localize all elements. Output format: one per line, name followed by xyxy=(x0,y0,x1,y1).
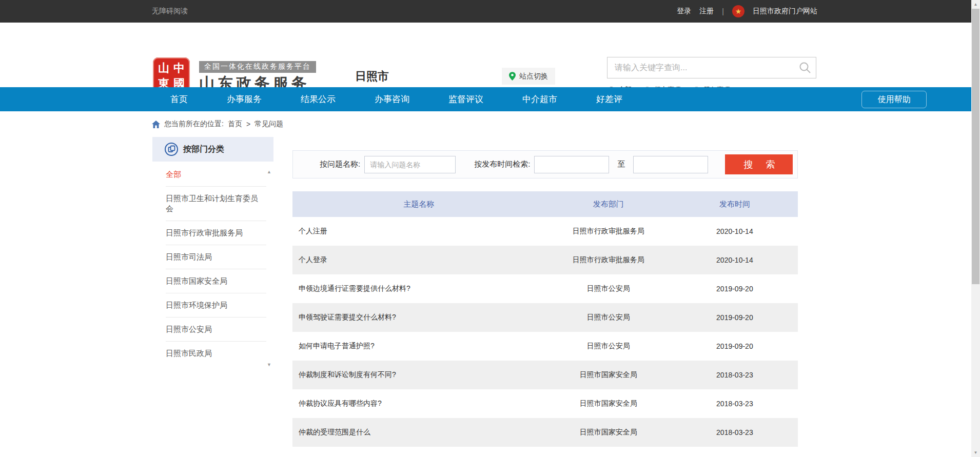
city-name: 日照市 xyxy=(355,69,389,84)
row-title[interactable]: 仲裁协议应具有哪些内容? xyxy=(292,399,545,408)
row-department: 日照市公安局 xyxy=(545,284,672,293)
nav-item[interactable]: 首页 xyxy=(170,93,188,105)
sidebar-scroll-up-icon[interactable]: ▲ xyxy=(267,170,271,174)
sidebar-item[interactable]: 日照市环境保护局 xyxy=(166,293,266,317)
sidebar-list: ▲ ▼ 全部日照市卫生和计划生育委员会日照市行政审批服务局日照市司法局日照市国家… xyxy=(152,162,273,373)
site-switch-button[interactable]: 站点切换 xyxy=(502,68,555,85)
sidebar-item[interactable]: 日照市民政局 xyxy=(166,342,266,365)
row-department: 日照市公安局 xyxy=(545,313,672,322)
table-row[interactable]: 仲裁协议应具有哪些内容?日照市国家安全局2018-03-23 xyxy=(292,389,798,418)
row-date: 2020-10-14 xyxy=(672,227,798,235)
nav-items: 首页办事服务结果公示办事咨询监督评议中介超市好差评 xyxy=(170,87,622,111)
table-row[interactable]: 仲裁制度和诉讼制度有何不同?日照市国家安全局2018-03-23 xyxy=(292,361,798,389)
header: 山中東國 全国一体化在线政务服务平台 山东政务服务 日照市 站点切换 全部权力事… xyxy=(0,23,971,87)
row-department: 日照市国家安全局 xyxy=(545,370,672,380)
sidebar-item[interactable]: 日照市行政审批服务局 xyxy=(166,221,266,245)
date-to-label: 至 xyxy=(617,160,625,169)
row-date: 2018-03-23 xyxy=(672,400,798,408)
sidebar-header: 按部门分类 xyxy=(152,137,273,162)
row-date: 2019-09-20 xyxy=(672,313,798,322)
table-row[interactable]: 申领驾驶证需要提交什么材料?日照市公安局2019-09-20 xyxy=(292,303,798,332)
row-date: 2020-10-14 xyxy=(672,256,798,264)
row-title[interactable]: 申领边境通行证需要提供什么材料? xyxy=(292,284,545,293)
breadcrumb-prefix: 您当前所在的位置: xyxy=(164,120,224,129)
nav-item[interactable]: 办事咨询 xyxy=(375,93,409,105)
department-sidebar: 按部门分类 ▲ ▼ 全部日照市卫生和计划生育委员会日照市行政审批服务局日照市司法… xyxy=(152,137,273,373)
nav-item[interactable]: 好差评 xyxy=(596,93,622,105)
row-date: 2019-09-20 xyxy=(672,285,798,293)
row-title[interactable]: 个人注册 xyxy=(292,227,545,236)
breadcrumb-current: 常见问题 xyxy=(254,120,283,129)
row-department: 日照市行政审批服务局 xyxy=(545,227,672,236)
accessibility-link[interactable]: 无障碍阅读 xyxy=(152,7,188,16)
row-title[interactable]: 个人登录 xyxy=(292,255,545,265)
faq-table: 主题名称发布部门发布时间 个人注册日照市行政审批服务局2020-10-14个人登… xyxy=(292,191,798,447)
filter-bar: 按问题名称: 按发布时间检索: 至 搜 索 xyxy=(292,150,798,178)
row-date: 2018-03-23 xyxy=(672,428,798,436)
sidebar-item[interactable]: 日照市司法局 xyxy=(166,245,266,269)
breadcrumb-home[interactable]: 首页 xyxy=(228,120,242,129)
topbar-divider: | xyxy=(722,7,724,15)
table-header: 主题名称发布部门发布时间 xyxy=(292,191,798,217)
keyword-search-input[interactable] xyxy=(607,57,816,78)
nav-item[interactable]: 监督评议 xyxy=(448,93,483,105)
nav-item[interactable]: 办事服务 xyxy=(227,93,262,105)
column-header: 发布部门 xyxy=(545,200,672,209)
row-department: 日照市国家安全局 xyxy=(545,428,672,437)
category-icon xyxy=(165,143,178,156)
main-content: 按问题名称: 按发布时间检索: 至 搜 索 主题名称发布部门发布时间 个人注册日… xyxy=(292,150,798,447)
table-row[interactable]: 个人登录日照市行政审批服务局2020-10-14 xyxy=(292,246,798,274)
breadcrumb-separator: > xyxy=(246,120,250,128)
login-link[interactable]: 登录 xyxy=(677,7,691,16)
sidebar-item[interactable]: 全部 xyxy=(166,163,266,187)
row-date: 2019-09-20 xyxy=(672,342,798,350)
row-date: 2018-03-23 xyxy=(672,371,798,379)
nav-item[interactable]: 中介超市 xyxy=(522,93,557,105)
sidebar-item[interactable]: 日照市公安局 xyxy=(166,317,266,342)
column-header: 发布时间 xyxy=(672,200,798,209)
row-title[interactable]: 仲裁制度和诉讼制度有何不同? xyxy=(292,370,545,380)
help-button[interactable]: 使用帮助 xyxy=(861,91,927,108)
home-icon xyxy=(152,121,160,128)
row-department: 日照市国家安全局 xyxy=(545,399,672,408)
national-emblem-icon: ★ xyxy=(732,5,744,17)
row-title[interactable]: 如何申请电子普通护照? xyxy=(292,342,545,351)
row-title[interactable]: 仲裁的受理范围是什么 xyxy=(292,428,545,437)
table-body: 个人注册日照市行政审批服务局2020-10-14个人登录日照市行政审批服务局20… xyxy=(292,217,798,447)
keyword-search-box xyxy=(607,57,816,78)
publish-date-label: 按发布时间检索: xyxy=(474,160,530,169)
breadcrumb: 您当前所在的位置: 首页 > 常见问题 xyxy=(152,111,283,137)
row-title[interactable]: 申领驾驶证需要提交什么材料? xyxy=(292,313,545,322)
main-nav: 首页办事服务结果公示办事咨询监督评议中介超市好差评 使用帮助 xyxy=(0,87,971,111)
row-department: 日照市公安局 xyxy=(545,342,672,351)
seal-char: 中 xyxy=(171,61,187,76)
register-link[interactable]: 注册 xyxy=(699,7,714,16)
scrollbar-down-icon[interactable]: ▼ xyxy=(971,448,980,457)
row-department: 日照市行政审批服务局 xyxy=(545,255,672,265)
topbar: 无障碍阅读 登录 注册 | ★ 日照市政府门户网站 xyxy=(0,0,971,23)
topbar-right: 登录 注册 | ★ 日照市政府门户网站 xyxy=(677,5,817,17)
sidebar-scroll-down-icon[interactable]: ▼ xyxy=(267,363,271,367)
seal-char: 山 xyxy=(156,61,171,76)
nav-item[interactable]: 结果公示 xyxy=(301,93,336,105)
location-pin-icon xyxy=(509,72,516,81)
scrollbar-thumb[interactable] xyxy=(972,9,979,284)
date-from-input[interactable] xyxy=(534,156,609,173)
table-row[interactable]: 个人注册日照市行政审批服务局2020-10-14 xyxy=(292,217,798,246)
table-row[interactable]: 仲裁的受理范围是什么日照市国家安全局2018-03-23 xyxy=(292,418,798,447)
date-to-input[interactable] xyxy=(633,156,708,173)
sidebar-item[interactable]: 日照市卫生和计划生育委员会 xyxy=(166,187,266,221)
table-row[interactable]: 申领边境通行证需要提供什么材料?日照市公安局2019-09-20 xyxy=(292,274,798,303)
table-row[interactable]: 如何申请电子普通护照?日照市公安局2019-09-20 xyxy=(292,332,798,361)
sidebar-item[interactable]: 日照市国家安全局 xyxy=(166,269,266,293)
sidebar-title: 按部门分类 xyxy=(183,144,224,155)
page-scrollbar[interactable]: ▲ ▼ xyxy=(971,0,980,457)
site-switch-label: 站点切换 xyxy=(519,72,548,81)
search-button[interactable]: 搜 索 xyxy=(725,154,793,174)
question-name-input[interactable] xyxy=(364,156,456,173)
search-icon[interactable] xyxy=(798,61,812,74)
platform-badge: 全国一体化在线政务服务平台 xyxy=(199,61,316,73)
portal-link[interactable]: 日照市政府门户网站 xyxy=(753,7,817,16)
column-header: 主题名称 xyxy=(292,200,545,209)
scrollbar-up-icon[interactable]: ▲ xyxy=(971,0,980,9)
